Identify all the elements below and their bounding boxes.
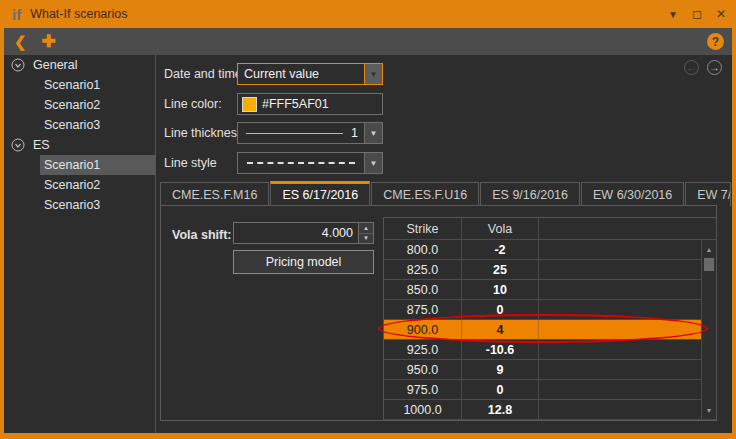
scroll-up-icon[interactable]: ▲ (702, 242, 716, 256)
spin-up-icon[interactable]: ▲ (359, 223, 373, 234)
chevron-down-icon[interactable]: ▼ (364, 64, 382, 84)
table-row-highlighted[interactable]: 900.0 4 (384, 320, 716, 340)
empty-cell[interactable] (539, 240, 716, 259)
tree-group-es[interactable]: ES (4, 135, 155, 155)
table-row[interactable]: 950.0 9 (384, 360, 716, 380)
empty-cell[interactable] (539, 400, 716, 419)
title-bar: if What-If scenarios ▼ ◻ ✕ (0, 0, 736, 28)
tree-group-label: ES (33, 138, 50, 152)
tab-ew-6-30-2016[interactable]: EW 6/30/2016 (581, 182, 684, 206)
vola-cell[interactable]: 10 (462, 280, 539, 299)
tree-item-es-scenario3[interactable]: Scenario3 (4, 195, 155, 215)
help-icon[interactable]: ? (707, 33, 724, 50)
line-thickness-dropdown[interactable]: 1 ▼ (237, 122, 383, 144)
table-row[interactable]: 800.0 -2 (384, 240, 716, 260)
window-controls: ▼ ◻ ✕ (666, 0, 728, 28)
tab-scroll-left-icon[interactable]: ← (684, 60, 699, 75)
line-color-field[interactable]: #FFF5AF01 (237, 93, 383, 115)
window-title: What-If scenarios (30, 7, 127, 21)
expand-icon[interactable] (11, 58, 25, 72)
line-color-value: #FFF5AF01 (262, 97, 329, 111)
whatif-window: if What-If scenarios ▼ ◻ ✕ ❮ ✚ ? General… (0, 0, 736, 439)
window-pin-icon[interactable]: ▼ (666, 9, 680, 20)
table-row[interactable]: 975.0 0 (384, 380, 716, 400)
window-maximize-icon[interactable]: ◻ (690, 7, 704, 21)
empty-cell[interactable] (539, 340, 716, 359)
tab-cme-es-f-m16[interactable]: CME.ES.F.M16 (160, 182, 269, 206)
scroll-down-icon[interactable]: ▼ (702, 403, 716, 417)
line-color-label: Line color: (164, 93, 222, 115)
grid-scrollbar[interactable]: ▲ ▼ (701, 240, 716, 419)
column-header-strike[interactable]: Strike (384, 218, 462, 239)
window-body: General Scenario1 Scenario2 Scenario3 ES… (4, 55, 732, 433)
strike-cell[interactable]: 975.0 (384, 380, 462, 399)
tree-item-es-scenario1[interactable]: Scenario1 (40, 155, 155, 175)
table-row[interactable]: 1000.0 12.8 (384, 400, 716, 420)
strike-cell[interactable]: 925.0 (384, 340, 462, 359)
vola-cell[interactable]: 4 (462, 320, 539, 339)
strike-cell[interactable]: 800.0 (384, 240, 462, 259)
strike-cell[interactable]: 825.0 (384, 260, 462, 279)
empty-cell[interactable] (539, 380, 716, 399)
tab-scroll-right-icon[interactable]: → (707, 60, 722, 75)
line-thickness-label: Line thickness (164, 122, 243, 144)
date-time-label: Date and time: (164, 63, 245, 85)
scrollbar-thumb[interactable] (704, 258, 714, 271)
empty-cell[interactable] (539, 360, 716, 379)
app-logo-icon: if (12, 6, 21, 23)
tree-item-general-scenario3[interactable]: Scenario3 (4, 115, 155, 135)
table-row[interactable]: 850.0 10 (384, 280, 716, 300)
empty-cell[interactable] (539, 280, 716, 299)
tab-es-9-16-2016[interactable]: ES 9/16/2016 (480, 182, 580, 206)
spinner-buttons: ▲ ▼ (358, 223, 373, 243)
vola-cell[interactable]: 9 (462, 360, 539, 379)
strike-cell[interactable]: 900.0 (384, 320, 462, 339)
vola-cell[interactable]: 25 (462, 260, 539, 279)
contract-tabstrip: CME.ES.F.M16 ES 6/17/2016 CME.ES.F.U16 E… (160, 181, 732, 206)
add-scenario-icon[interactable]: ✚ (42, 31, 56, 52)
vola-shift-value: 4.000 (234, 226, 358, 240)
tree-item-general-scenario2[interactable]: Scenario2 (4, 95, 155, 115)
tab-es-6-17-2016[interactable]: ES 6/17/2016 (270, 181, 370, 206)
empty-cell[interactable] (539, 320, 716, 339)
column-header-vola[interactable]: Vola (462, 218, 539, 239)
line-thickness-value: 1 (351, 126, 358, 140)
table-row[interactable]: 925.0 -10.6 (384, 340, 716, 360)
tree-group-general[interactable]: General (4, 55, 155, 75)
tree-group-label: General (33, 58, 77, 72)
table-row[interactable]: 825.0 25 (384, 260, 716, 280)
date-time-combobox[interactable]: Current value ▼ (237, 63, 383, 85)
empty-cell[interactable] (539, 260, 716, 279)
vola-cell[interactable]: 12.8 (462, 400, 539, 419)
vola-cell[interactable]: 0 (462, 300, 539, 319)
expand-icon[interactable] (11, 138, 25, 152)
back-icon[interactable]: ❮ (14, 33, 27, 51)
color-swatch[interactable] (242, 97, 257, 112)
window-close-icon[interactable]: ✕ (714, 7, 728, 21)
chevron-down-icon[interactable]: ▼ (364, 153, 382, 173)
strike-cell[interactable]: 875.0 (384, 300, 462, 319)
pricing-model-button[interactable]: Pricing model (233, 250, 374, 274)
vola-grid: Strike Vola 800.0 -2 825.0 25 (383, 217, 717, 420)
tree-item-general-scenario1[interactable]: Scenario1 (4, 75, 155, 95)
line-style-dropdown[interactable]: ▼ (237, 152, 383, 174)
tab-content-panel: Vola shift: 4.000 ▲ ▼ Pricing model Stri… (160, 205, 717, 421)
vola-shift-spinner[interactable]: 4.000 ▲ ▼ (233, 222, 374, 244)
strike-cell[interactable]: 950.0 (384, 360, 462, 379)
chevron-down-icon[interactable]: ▼ (364, 123, 382, 143)
vola-cell[interactable]: -2 (462, 240, 539, 259)
tab-cme-es-f-u16[interactable]: CME.ES.F.U16 (371, 182, 479, 206)
spin-down-icon[interactable]: ▼ (359, 234, 373, 244)
line-style-preview (247, 162, 355, 164)
vola-cell[interactable]: -10.6 (462, 340, 539, 359)
table-row[interactable]: 875.0 0 (384, 300, 716, 320)
vola-cell[interactable]: 0 (462, 380, 539, 399)
line-thickness-preview (246, 133, 343, 134)
tab-ew-7-29-2016[interactable]: EW 7/29/2016 (685, 182, 731, 206)
strike-cell[interactable]: 1000.0 (384, 400, 462, 419)
empty-cell[interactable] (539, 300, 716, 319)
tree-item-es-scenario2[interactable]: Scenario2 (4, 175, 155, 195)
main-content: Date and time: Current value ▼ Line colo… (157, 55, 732, 433)
column-header-empty (539, 218, 716, 239)
strike-cell[interactable]: 850.0 (384, 280, 462, 299)
